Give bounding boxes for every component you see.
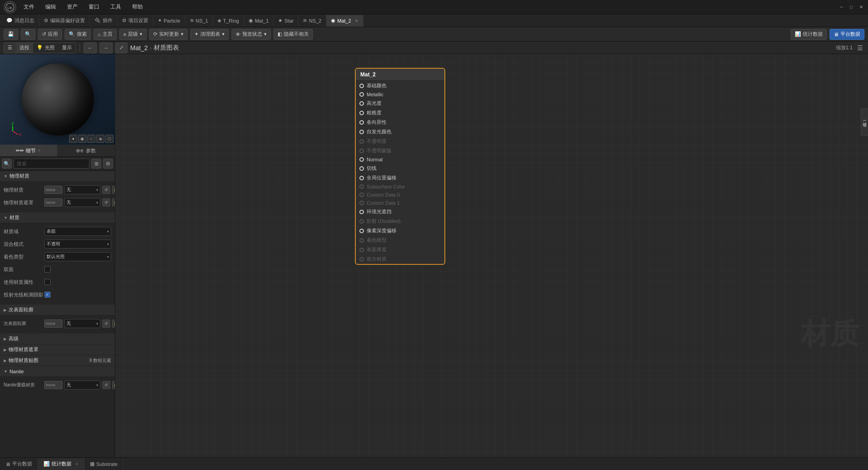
pin-world-pos[interactable]: 全局位置偏移 [356,173,444,183]
tab-editor-prefs[interactable]: ⚙ 编辑器偏好设置 [39,15,90,27]
maximize-button[interactable]: □ [848,4,854,10]
tab-ns1[interactable]: ≋ NS_1 [185,15,213,27]
tab-plugins[interactable]: 🔌 插件 [90,15,118,27]
pin-roughness[interactable]: 粗糙度 [356,108,444,118]
double-sided-checkbox[interactable] [44,266,51,273]
hierarchy-button[interactable]: ≡ 层级 ▾ [119,29,146,40]
section-advanced[interactable]: ▶ 高级 [0,334,115,344]
search-input[interactable] [14,159,90,169]
reset-btn3[interactable]: ↺ [102,320,110,328]
sidebar-collapse-btn[interactable]: ☰ [855,43,864,53]
platform-data-button[interactable]: 🖥 平台数据 [830,29,864,40]
section-physical-material[interactable]: ▼ 物理材质 [0,171,115,182]
domain-select[interactable]: 表面 ▾ [44,227,111,236]
reset-btn4[interactable]: ↺ [102,381,110,389]
pin-normal[interactable]: Normal [356,155,444,164]
reset-btn[interactable]: ↺ [102,186,110,194]
section-nanite[interactable]: ▼ Nanite [0,366,115,377]
menu-window[interactable]: 窗口 [87,2,101,12]
forward-button[interactable]: → [99,42,113,53]
preview-btn-1[interactable]: ● [69,135,77,143]
subsurface-swatch[interactable]: None [44,320,62,328]
preview-button[interactable]: 👁 预览状态 ▾ [231,29,271,40]
tab-ns2[interactable]: ≋ NS_2 [298,15,326,27]
pin-aniso[interactable]: 各向异性 [356,118,444,127]
search-icon-btn[interactable]: 🔍 [2,159,12,169]
section-phys-textures[interactable]: ▶ 物理材质贴图 8 数组元素 [0,355,115,366]
cast-shadow-checkbox[interactable] [44,291,51,298]
bottom-tab-substrate[interactable]: ▦ Substrate [85,458,123,470]
menu-help[interactable]: 帮助 [130,2,145,12]
material-mask-dropdown[interactable]: 无 ▾ [64,198,100,207]
reset-btn2[interactable]: ↺ [102,198,110,207]
clean-button[interactable]: ✦ 清理图表 ▾ [190,29,229,40]
tab-mat2[interactable]: ◉ Mat_2 ✕ [326,15,363,27]
stats-button[interactable]: 📊 统计数据 [791,29,827,40]
right-panel-collapse[interactable]: 缩放1:1 [861,108,868,136]
preview-btn-3[interactable]: ○ [87,135,95,143]
blend-select[interactable]: 不透明 ▾ [44,240,111,249]
details-tab[interactable]: ✏ ✏ 细节 ✕ [0,145,57,156]
grid-view-btn[interactable]: ⊞ [91,159,101,169]
use-material-attr-checkbox[interactable] [44,279,51,285]
hide-button[interactable]: ◧ 隐藏不相关 [274,29,313,40]
realtime-button[interactable]: ⟳ 实时更新 ▾ [149,29,188,40]
nanite-dropdown[interactable]: 无 ▾ [64,381,100,390]
apply-button[interactable]: ↺ 应用 [38,29,62,40]
expand-button[interactable]: ⤢ [115,42,127,53]
menu-edit[interactable]: 编辑 [43,2,58,12]
browse-btn[interactable]: 📁 [112,186,115,194]
material-dropdown[interactable]: 无 ▾ [64,185,100,194]
pin-ao[interactable]: 环境光遮挡 [356,207,444,216]
tab-star[interactable]: ★ Star [274,15,298,27]
tab-message-log[interactable]: 💬 消息日志 [2,15,39,27]
section-material[interactable]: ▼ 材质 [0,212,115,223]
close-button[interactable]: ✕ [858,4,864,10]
pin-tangent[interactable]: 切线 [356,164,444,173]
menu-asset[interactable]: 资产 [65,2,80,12]
details-close[interactable]: ✕ [38,148,41,153]
pin-specular[interactable]: 高光度 [356,99,444,108]
browse-btn2[interactable]: 📁 [112,198,115,207]
material-graph-canvas[interactable]: Mat_2 基础颜色 Metallic 高光度 粗糙度 各向异性 [115,54,868,457]
tab-project-settings[interactable]: ⚙ 项目设置 [118,15,153,27]
material-mask-swatch[interactable]: None [44,198,62,207]
view-select-btn[interactable]: 选投 [16,43,33,53]
browse-btn3[interactable]: 📁 [112,320,115,328]
tab-tring[interactable]: ◈ T_Ring [213,15,244,27]
material-swatch[interactable]: None [44,186,62,194]
pin-metallic[interactable]: Metallic [356,90,444,99]
browse-button[interactable]: 🔍 [21,29,35,40]
pin-emissive[interactable]: 自发光颜色 [356,127,444,136]
search-button[interactable]: 🔍 搜索 [65,29,91,40]
nav-panel-toggle[interactable]: ☰ [4,43,16,53]
breadcrumb-mat2[interactable]: Mat_2 [130,44,148,52]
section-phys-mat-mask[interactable]: ▶ 物理材质遮罩 [0,344,115,355]
section-subsurface[interactable]: ▶ 次表面轮廓 [0,305,115,315]
preview-btn-5[interactable]: ⬡ [105,135,113,143]
settings-btn[interactable]: ⚙ [103,159,113,169]
pin-base-color[interactable]: 基础颜色 [356,81,444,90]
shade-select[interactable]: 默认光照 ▾ [44,252,111,261]
back-button[interactable]: ← [84,42,97,53]
params-tab[interactable]: ⊕ ⊕ 参数 [57,145,115,156]
tab-close-button[interactable]: ✕ [355,19,359,23]
menu-tools[interactable]: 工具 [108,2,123,12]
browse-btn4[interactable]: 📁 [112,381,115,389]
view-lighting-btn[interactable]: 💡 光照 [33,43,58,53]
pin-pixel-depth[interactable]: 像素深度偏移 [356,226,444,235]
bottom-tab-stats[interactable]: 📊 统计数据 ✕ [38,458,85,470]
preview-btn-4[interactable]: ◈ [96,135,104,143]
minimize-button[interactable]: ─ [838,4,844,10]
view-display-btn[interactable]: 显示 [58,43,75,53]
preview-btn-2[interactable]: ◉ [78,135,86,143]
tab-particle[interactable]: ✦ Particle [153,15,185,27]
save-button[interactable]: 💾 [4,29,18,40]
bottom-tab-platform[interactable]: 🖥 平台数据 [0,458,38,470]
home-button[interactable]: ⌂ 主页 [94,29,117,40]
menu-file[interactable]: 文件 [22,2,36,12]
tab-mat1[interactable]: ◉ Mat_1 [244,15,274,27]
tab-close-btn[interactable]: ✕ [75,462,79,466]
nanite-swatch[interactable]: None [44,381,62,389]
subsurface-dropdown[interactable]: 无 ▾ [64,319,100,328]
